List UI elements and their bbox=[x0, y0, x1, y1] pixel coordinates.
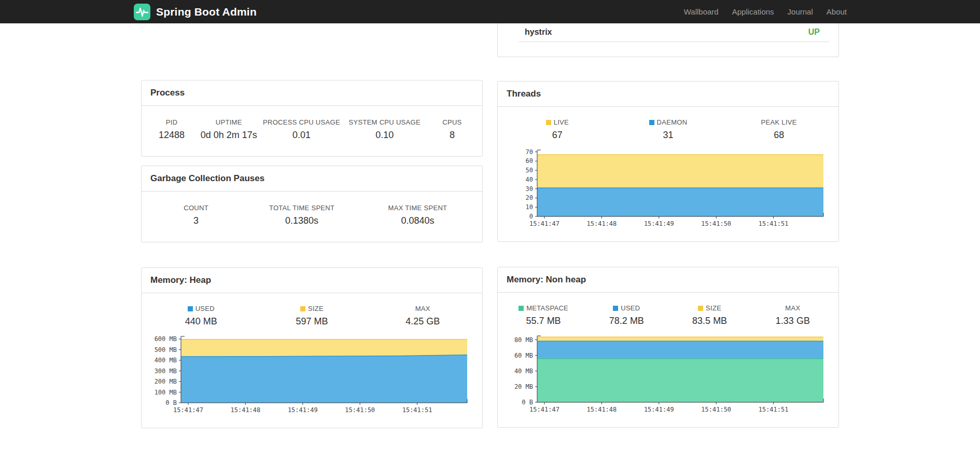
memory-nonheap-panel: Memory: Non heap METASPACE 55.7 MB USED … bbox=[497, 267, 839, 428]
svg-text:600 MB: 600 MB bbox=[155, 335, 177, 343]
svg-text:400 MB: 400 MB bbox=[155, 357, 177, 364]
nav-links: Wallboard Applications Journal About bbox=[670, 7, 847, 16]
right-column: hystrix UP Threads LIVE 67 DAEMON 31 PEA… bbox=[497, 23, 839, 428]
health-status-badge: UP bbox=[808, 28, 820, 37]
memory-nonheap-chart: 0 B20 MB40 MB60 MB80 MB15:41:4715:41:481… bbox=[498, 332, 830, 416]
svg-text:15:41:50: 15:41:50 bbox=[701, 220, 731, 227]
legend-swatch-heap-size bbox=[300, 306, 305, 311]
navbar-inner: Spring Boot Admin Wallboard Applications… bbox=[133, 0, 847, 23]
stat-nonheap-size: SIZE 83.5 MB bbox=[668, 304, 751, 326]
memory-heap-legend: USED 440 MB SIZE 597 MB MAX 4.25 GB bbox=[142, 293, 482, 332]
nav-item-journal[interactable]: Journal bbox=[788, 7, 813, 16]
nav-item-wallboard[interactable]: Wallboard bbox=[684, 7, 719, 16]
stat-process-cpu-usage: PROCESS CPU USAGE 0.01 bbox=[260, 118, 343, 141]
svg-text:15:41:49: 15:41:49 bbox=[288, 406, 318, 414]
legend-swatch-live bbox=[546, 120, 551, 125]
navbar: Spring Boot Admin Wallboard Applications… bbox=[0, 0, 980, 23]
stat-heap-used: USED 440 MB bbox=[146, 305, 257, 327]
nav-item-applications[interactable]: Applications bbox=[732, 7, 774, 16]
svg-text:15:41:51: 15:41:51 bbox=[759, 220, 789, 227]
stat-live: LIVE 67 bbox=[502, 118, 613, 141]
svg-text:15:41:50: 15:41:50 bbox=[345, 406, 375, 414]
legend-swatch-metaspace bbox=[519, 306, 524, 311]
content: Process PID 12488 UPTIME 0d 0h 2m 17s PR… bbox=[141, 23, 839, 428]
memory-heap-panel: Memory: Heap USED 440 MB SIZE 597 MB MAX… bbox=[141, 267, 483, 428]
svg-text:15:41:48: 15:41:48 bbox=[231, 406, 261, 414]
legend-swatch-heap-used bbox=[188, 306, 193, 311]
svg-text:50: 50 bbox=[526, 167, 533, 174]
process-panel-title: Process bbox=[142, 80, 482, 106]
threads-chart: 01020304050607015:41:4715:41:4815:41:491… bbox=[498, 146, 830, 230]
nav-item-about[interactable]: About bbox=[827, 7, 847, 16]
legend-swatch-daemon bbox=[649, 120, 654, 125]
svg-text:15:41:49: 15:41:49 bbox=[644, 220, 674, 227]
stat-pid: PID 12488 bbox=[146, 118, 198, 141]
threads-panel: Threads LIVE 67 DAEMON 31 PEAK LIVE 68 0… bbox=[497, 81, 839, 242]
stat-gc-count: COUNT 3 bbox=[146, 204, 246, 226]
stat-gc-total-time: TOTAL TIME SPENT 0.1380s bbox=[246, 204, 357, 226]
svg-text:20: 20 bbox=[526, 194, 533, 201]
svg-text:80 MB: 80 MB bbox=[514, 336, 533, 344]
legend-swatch-nonheap-used bbox=[613, 306, 618, 311]
svg-text:100 MB: 100 MB bbox=[155, 389, 177, 396]
svg-text:500 MB: 500 MB bbox=[155, 346, 177, 353]
stat-system-cpu-usage: SYSTEM CPU USAGE 0.10 bbox=[343, 118, 426, 141]
brand-link[interactable]: Spring Boot Admin bbox=[133, 3, 257, 21]
health-panel-fragment: hystrix UP bbox=[497, 23, 839, 57]
svg-text:15:41:51: 15:41:51 bbox=[402, 406, 432, 414]
svg-text:200 MB: 200 MB bbox=[155, 378, 177, 385]
svg-text:15:41:47: 15:41:47 bbox=[173, 406, 203, 414]
svg-text:20 MB: 20 MB bbox=[514, 383, 533, 390]
stat-gc-max-time: MAX TIME SPENT 0.0840s bbox=[357, 204, 478, 226]
left-column: Process PID 12488 UPTIME 0d 0h 2m 17s PR… bbox=[141, 23, 483, 428]
health-service-name: hystrix bbox=[525, 28, 552, 37]
stat-cpus: CPUS 8 bbox=[426, 118, 478, 141]
svg-text:15:41:51: 15:41:51 bbox=[759, 406, 789, 413]
svg-text:15:41:50: 15:41:50 bbox=[701, 406, 731, 413]
left-top-spacer bbox=[141, 23, 483, 80]
spring-boot-admin-logo-icon bbox=[133, 3, 151, 21]
svg-text:0 B: 0 B bbox=[165, 399, 177, 406]
stat-nonheap-max: MAX 1.33 GB bbox=[751, 304, 834, 326]
process-stats: PID 12488 UPTIME 0d 0h 2m 17s PROCESS CP… bbox=[142, 106, 482, 156]
stat-heap-size: SIZE 597 MB bbox=[257, 305, 368, 327]
health-row-hystrix: hystrix UP bbox=[498, 23, 838, 42]
process-panel: Process PID 12488 UPTIME 0d 0h 2m 17s PR… bbox=[141, 80, 483, 157]
svg-text:70: 70 bbox=[526, 148, 533, 156]
svg-text:15:41:49: 15:41:49 bbox=[644, 406, 674, 413]
memory-nonheap-panel-title: Memory: Non heap bbox=[498, 267, 838, 293]
memory-heap-panel-title: Memory: Heap bbox=[142, 268, 482, 293]
stat-uptime: UPTIME 0d 0h 2m 17s bbox=[198, 118, 260, 141]
threads-panel-title: Threads bbox=[498, 81, 838, 107]
svg-text:10: 10 bbox=[526, 203, 533, 211]
svg-text:0 B: 0 B bbox=[522, 399, 533, 406]
gc-stats: COUNT 3 TOTAL TIME SPENT 0.1380s MAX TIM… bbox=[142, 192, 482, 242]
stat-nonheap-used: USED 78.2 MB bbox=[585, 304, 668, 326]
svg-text:30: 30 bbox=[526, 185, 533, 193]
stat-heap-max: MAX 4.25 GB bbox=[367, 305, 478, 327]
stat-peak-live: PEAK LIVE 68 bbox=[723, 118, 834, 141]
svg-text:60: 60 bbox=[526, 157, 533, 165]
threads-legend: LIVE 67 DAEMON 31 PEAK LIVE 68 bbox=[498, 107, 838, 146]
svg-text:15:41:48: 15:41:48 bbox=[587, 220, 617, 227]
svg-text:40 MB: 40 MB bbox=[514, 367, 533, 375]
svg-text:15:41:47: 15:41:47 bbox=[529, 220, 559, 227]
stat-metaspace: METASPACE 55.7 MB bbox=[502, 304, 585, 326]
svg-text:0: 0 bbox=[529, 213, 533, 220]
legend-swatch-nonheap-size bbox=[698, 306, 703, 311]
brand-title: Spring Boot Admin bbox=[156, 6, 257, 18]
svg-text:15:41:48: 15:41:48 bbox=[587, 406, 617, 413]
stat-daemon: DAEMON 31 bbox=[613, 118, 724, 141]
svg-text:15:41:47: 15:41:47 bbox=[529, 406, 559, 413]
memory-nonheap-legend: METASPACE 55.7 MB USED 78.2 MB SIZE 83.5… bbox=[498, 293, 838, 332]
svg-text:60 MB: 60 MB bbox=[514, 352, 533, 359]
memory-heap-chart: 0 B100 MB200 MB300 MB400 MB500 MB600 MB1… bbox=[142, 332, 473, 416]
gc-panel-title: Garbage Collection Pauses bbox=[142, 166, 482, 192]
gc-panel: Garbage Collection Pauses COUNT 3 TOTAL … bbox=[141, 166, 483, 242]
svg-text:40: 40 bbox=[526, 176, 533, 183]
svg-text:300 MB: 300 MB bbox=[155, 367, 177, 375]
